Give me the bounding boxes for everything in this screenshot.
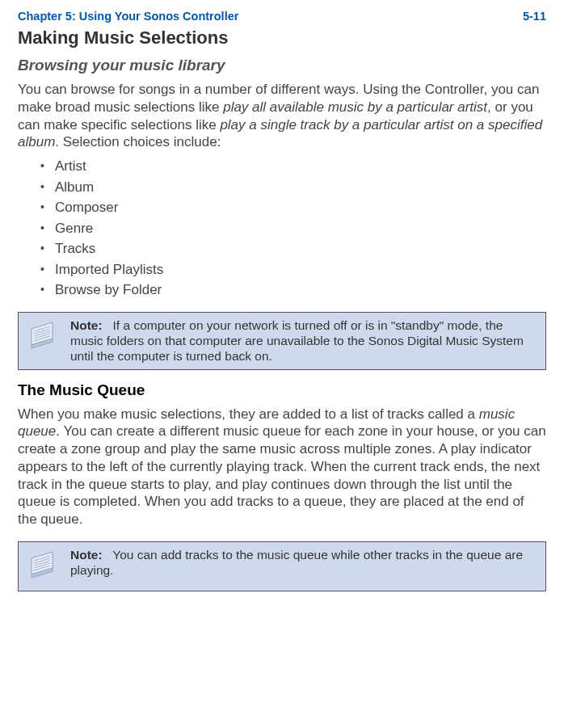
note-body: You can add tracks to the music queue wh… [70,548,523,577]
note-box-standby: Note: If a computer on your network is t… [18,312,546,370]
note-body: If a computer on your network is turned … [70,318,524,364]
note-content: Note: If a computer on your network is t… [70,318,537,364]
list-item: Album [18,177,546,198]
subheading-browsing: Browsing your music library [18,57,546,74]
intro-paragraph: You can browse for songs in a number of … [18,81,546,151]
note-icon [23,549,62,586]
selection-list: Artist Album Composer Genre Tracks Impor… [18,156,546,301]
para-text: . You can create a different music queue… [18,423,546,527]
list-item: Browse by Folder [18,280,546,301]
page-header: Chapter 5: Using Your Sonos Controller 5… [18,10,546,23]
list-item: Composer [18,197,546,218]
queue-paragraph: When you make music selections, they are… [18,406,546,528]
note-box-queue: Note: You can add tracks to the music qu… [18,541,546,591]
list-item: Genre [18,218,546,239]
note-label: Note: [70,318,103,332]
para-italic: play all available music by a particular… [223,99,487,115]
para-text: . Selection choices include: [55,134,221,149]
para-text: When you make music selections, they are… [18,406,479,422]
note-label: Note: [70,548,103,562]
list-item: Artist [18,156,546,177]
chapter-title: Chapter 5: Using Your Sonos Controller [18,10,238,23]
list-item: Imported Playlists [18,259,546,280]
page-number: 5-11 [523,10,546,23]
list-item: Tracks [18,238,546,259]
section-heading-making-music: Making Music Selections [18,27,546,48]
note-content: Note: You can add tracks to the music qu… [70,547,537,579]
section-heading-music-queue: The Music Queue [18,381,546,399]
note-icon [23,319,62,356]
